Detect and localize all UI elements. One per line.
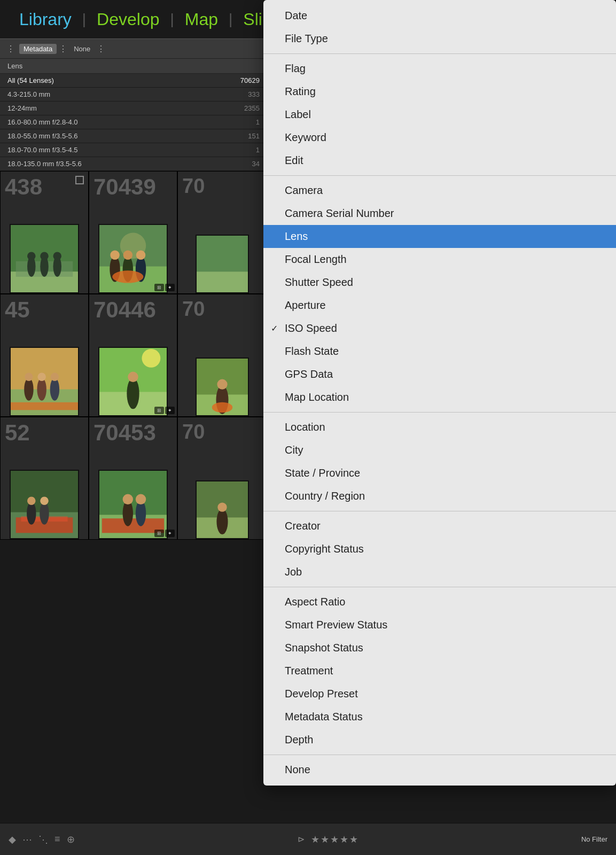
lens-count-1: 333	[248, 90, 260, 98]
menu-item-flash-state[interactable]: Flash State	[263, 340, 616, 363]
svg-point-54	[136, 494, 146, 504]
toolbar-small-dots-icon[interactable]: ⋱	[38, 834, 48, 845]
menu-item-map-location[interactable]: Map Location	[263, 386, 616, 409]
metadata-filter-label[interactable]: Metadata	[19, 44, 57, 54]
nav-library[interactable]: Library	[11, 10, 80, 29]
toolbar-adjust-icon[interactable]: ⊕	[67, 834, 75, 845]
toolbar-grid-icon[interactable]: ◆	[9, 834, 16, 845]
menu-item-metadata-status[interactable]: Metadata Status	[263, 705, 616, 728]
star-3: ★	[330, 834, 339, 845]
svg-point-57	[216, 509, 228, 534]
menu-item-label[interactable]: Label	[263, 103, 616, 126]
toolbar-flag-icon[interactable]: ⊳	[298, 834, 305, 844]
photo-image-703	[197, 236, 248, 292]
toolbar-dots-icon[interactable]: ⋯	[22, 834, 32, 845]
lens-all-row[interactable]: All (54 Lenses) 70629	[0, 74, 267, 88]
menu-item-file-type[interactable]: File Type	[263, 27, 616, 50]
cell-number-703: 70	[182, 176, 205, 196]
menu-item-snapshot-status[interactable]: Snapshot Status	[263, 636, 616, 659]
menu-item-rating[interactable]: Rating	[263, 80, 616, 103]
menu-item-focal-length[interactable]: Focal Length	[263, 248, 616, 271]
nav-map[interactable]: Map	[176, 10, 227, 29]
toolbar-no-filter-label[interactable]: No Filter	[581, 835, 607, 843]
photo-grid: 438	[0, 171, 267, 823]
menu-item-smart-preview[interactable]: Smart Preview Status	[263, 613, 616, 636]
lens-row-3[interactable]: 16.0-80.0 mm f/2.8-4.0 1	[0, 115, 267, 129]
menu-item-lens[interactable]: Lens	[263, 225, 616, 248]
svg-point-4	[27, 252, 36, 260]
photo-image-704x	[197, 359, 248, 415]
grid-cell-704x[interactable]: 70	[177, 294, 267, 417]
menu-item-date[interactable]: Date	[263, 4, 616, 27]
svg-point-6	[40, 252, 49, 260]
grid-cell-45[interactable]: 45	[0, 294, 89, 417]
svg-point-8	[53, 252, 61, 260]
cell-number-45: 45	[5, 299, 30, 321]
menu-item-city[interactable]: City	[263, 439, 616, 462]
svg-point-25	[37, 378, 46, 401]
lens-all-count: 70629	[240, 76, 260, 84]
grid-cell-70446[interactable]: 70446	[89, 294, 177, 417]
cell-number-70453: 70453	[93, 422, 156, 444]
grid-row-3: 52	[0, 417, 267, 540]
cell-checkbox-438[interactable]	[75, 176, 84, 184]
menu-item-aspect-ratio[interactable]: Aspect Ratio	[263, 590, 616, 613]
menu-item-keyword[interactable]: Keyword	[263, 126, 616, 149]
menu-item-aperture[interactable]: Aperture	[263, 294, 616, 317]
cell-icons-70453: ⊞ ✦	[154, 530, 175, 537]
grid-cell-70453[interactable]: 70453	[89, 417, 177, 540]
menu-item-shutter-speed[interactable]: Shutter Speed	[263, 271, 616, 294]
menu-item-location[interactable]: Location	[263, 416, 616, 439]
menu-item-gps-data[interactable]: GPS Data	[263, 363, 616, 386]
menu-item-creator[interactable]: Creator	[263, 515, 616, 538]
lens-all-label: All (54 Lenses)	[7, 76, 54, 84]
menu-item-depth[interactable]: Depth	[263, 728, 616, 751]
menu-item-treatment[interactable]: Treatment	[263, 659, 616, 682]
star-4: ★	[340, 834, 348, 845]
photo-image-438	[11, 225, 78, 292]
cell-icons-70446: ⊞ ✦	[154, 407, 175, 414]
lens-label-1: 4.3-215.0 mm	[7, 90, 50, 98]
lens-row-1[interactable]: 4.3-215.0 mm 333	[0, 88, 267, 102]
toolbar-stars[interactable]: ★ ★ ★ ★ ★	[311, 834, 358, 845]
menu-item-state-province[interactable]: State / Province	[263, 462, 616, 485]
nav-divider-1: |	[80, 11, 88, 28]
menu-item-camera[interactable]: Camera	[263, 179, 616, 202]
menu-item-iso-speed[interactable]: ISO Speed	[263, 317, 616, 340]
menu-sep-3	[263, 412, 616, 413]
menu-item-country-region[interactable]: Country / Region	[263, 485, 616, 508]
lens-label-4: 18.0-55.0 mm f/3.5-5.6	[7, 132, 78, 140]
menu-item-none[interactable]: None	[263, 758, 616, 781]
cell-number-438: 438	[5, 176, 42, 198]
grid-cell-438[interactable]: 438	[0, 171, 89, 294]
photo-image-705x	[197, 481, 248, 538]
grid-cell-703[interactable]: 70	[177, 171, 267, 294]
lens-row-2[interactable]: 12-24mm 2355	[0, 102, 267, 115]
svg-point-45	[27, 496, 36, 505]
nav-develop[interactable]: Develop	[88, 10, 168, 29]
grid-cell-52[interactable]: 52	[0, 417, 89, 540]
photo-image-45	[11, 348, 78, 415]
menu-item-edit[interactable]: Edit	[263, 149, 616, 172]
cell-photo-70453	[98, 470, 168, 539]
filter-none-label[interactable]: None	[69, 44, 95, 54]
menu-item-job[interactable]: Job	[263, 561, 616, 584]
lens-row-6[interactable]: 18.0-135.0 mm f/3.5-5.6 34	[0, 157, 267, 171]
menu-item-flag[interactable]: Flag	[263, 57, 616, 80]
cell-icon-crop3: ⊞	[154, 530, 164, 537]
lens-count-5: 1	[256, 146, 260, 154]
menu-item-develop-preset[interactable]: Develop Preset	[263, 682, 616, 705]
svg-point-17	[136, 250, 145, 259]
lens-count-3: 1	[256, 118, 260, 126]
grid-cell-70439[interactable]: 70439	[89, 171, 177, 294]
menu-item-camera-serial[interactable]: Camera Serial Number	[263, 202, 616, 225]
lens-row-4[interactable]: 18.0-55.0 mm f/3.5-5.6 151	[0, 129, 267, 143]
cell-number-70446: 70446	[93, 299, 156, 321]
cell-icons-70439: ⊞ ✦	[154, 284, 175, 291]
toolbar-filter-icon[interactable]: ≡	[54, 834, 60, 845]
svg-point-27	[50, 378, 59, 401]
grid-cell-705x[interactable]: 70	[177, 417, 267, 540]
cell-icon-edit3: ✦	[165, 530, 175, 537]
menu-item-copyright-status[interactable]: Copyright Status	[263, 538, 616, 561]
lens-row-5[interactable]: 18.0-70.0 mm f/3.5-4.5 1	[0, 143, 267, 157]
